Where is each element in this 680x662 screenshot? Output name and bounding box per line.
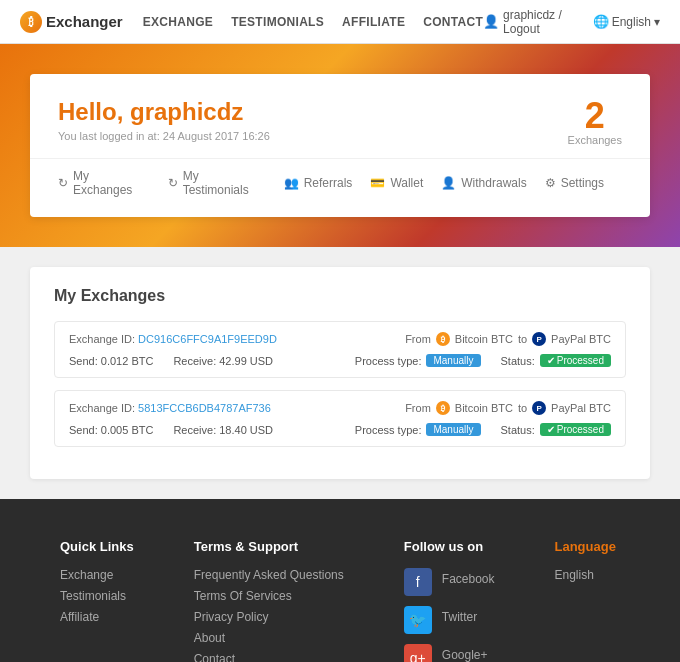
footer-link-privacy[interactable]: Privacy Policy [194,610,344,624]
logo-icon: ₿ [20,11,42,33]
header: ₿ Exchanger EXCHANGETESTIMONIALSAFFILIAT… [0,0,680,44]
exchanges-count: 2 [568,98,622,134]
language-title: Language [555,539,616,554]
to-currency: PayPal BTC [551,402,611,414]
arrow-icon: to [518,333,527,345]
status-badge: ✔ Processed [540,354,611,367]
exchange-id-link[interactable]: DC916C6FFC9A1F9EED9D [138,333,277,345]
process-type-badge: Manually [426,423,480,436]
footer-language: Language English [555,539,616,662]
tab-my-exchanges[interactable]: ↻ My Exchanges [58,169,150,197]
testimonials-tab-icon: ↻ [168,176,178,190]
panel-title: My Exchanges [54,287,626,305]
tab-wallet-label: Wallet [390,176,423,190]
tab-withdrawals[interactable]: 👤 Withdrawals [441,169,526,197]
social-item-googleplus: g+ Google+ [404,644,495,662]
from-label: From [405,333,431,345]
googleplus-icon: g+ [404,644,432,662]
exchange-card-header: Exchange ID: 5813FCCB6DB4787AF736 From ₿… [69,401,611,415]
btc-icon: ₿ [436,332,450,346]
footer-link-contact[interactable]: Contact [194,652,344,662]
footer-link-about[interactable]: About [194,631,344,645]
paypal-icon: P [532,401,546,415]
tab-wallet[interactable]: 💳 Wallet [370,169,423,197]
footer-link-affiliate[interactable]: Affiliate [60,610,134,624]
exchange-from: From ₿ Bitcoin BTC to P PayPal BTC [405,401,611,415]
nav-item-exchange[interactable]: EXCHANGE [143,15,213,29]
main-nav: EXCHANGETESTIMONIALSAFFILIATECONTACT [143,15,483,29]
facebook-link[interactable]: Facebook [442,572,495,586]
exchange-card-body: Send: 0.005 BTC Receive: 18.40 USD Proce… [69,423,611,436]
from-currency: Bitcoin BTC [455,333,513,345]
exchange-card-header: Exchange ID: DC916C6FFC9A1F9EED9D From ₿… [69,332,611,346]
status-field: Status: ✔ Processed [501,423,612,436]
terms-title: Terms & Support [194,539,344,554]
logo: ₿ Exchanger [20,11,123,33]
withdrawals-tab-icon: 👤 [441,176,456,190]
nav-item-contact[interactable]: CONTACT [423,15,483,29]
exchange-tab-icon: ↻ [58,176,68,190]
process-type: Process type: Manually [355,423,481,436]
footer-link-faq[interactable]: Frequently Asked Questions [194,568,344,582]
hero-tabs: ↻ My Exchanges ↻ My Testimonials 👥 Refer… [30,158,650,197]
exchange-from: From ₿ Bitcoin BTC to P PayPal BTC [405,332,611,346]
footer-terms: Terms & Support Frequently Asked Questio… [194,539,344,662]
exchange-id-label: Exchange ID: DC916C6FFC9A1F9EED9D [69,333,277,345]
hero-card: 2 Exchanges Hello, graphicdz You last lo… [30,74,650,217]
receive-field: Receive: 42.99 USD [173,355,273,367]
exchanges-label: Exchanges [568,134,622,146]
exchanges-badge: 2 Exchanges [568,98,622,146]
process-type-badge: Manually [426,354,480,367]
table-row: Exchange ID: 5813FCCB6DB4787AF736 From ₿… [54,390,626,447]
footer-link-english[interactable]: English [555,568,616,582]
tab-referrals[interactable]: 👥 Referrals [284,169,353,197]
tab-settings[interactable]: ⚙ Settings [545,169,604,197]
twitter-link[interactable]: Twitter [442,610,477,624]
send-field: Send: 0.005 BTC [69,424,153,436]
send-field: Send: 0.012 BTC [69,355,153,367]
arrow-icon: to [518,402,527,414]
exchange-id-link[interactable]: 5813FCCB6DB4787AF736 [138,402,271,414]
footer: Quick Links Exchange Testimonials Affili… [0,499,680,662]
referrals-tab-icon: 👥 [284,176,299,190]
wallet-tab-icon: 💳 [370,176,385,190]
to-currency: PayPal BTC [551,333,611,345]
table-row: Exchange ID: DC916C6FFC9A1F9EED9D From ₿… [54,321,626,378]
receive-field: Receive: 18.40 USD [173,424,273,436]
main-content: My Exchanges Exchange ID: DC916C6FFC9A1F… [0,247,680,499]
social-title: Follow us on [404,539,495,554]
social-item-facebook: f Facebook [404,568,495,596]
header-left: ₿ Exchanger EXCHANGETESTIMONIALSAFFILIAT… [20,11,483,33]
status-field: Status: ✔ Processed [501,354,612,367]
user-link[interactable]: 👤 graphicdz / Logout [483,8,579,36]
footer-columns: Quick Links Exchange Testimonials Affili… [60,539,620,662]
header-right: 👤 graphicdz / Logout 🌐 English ▾ [483,8,660,36]
process-type: Process type: Manually [355,354,481,367]
footer-link-tos[interactable]: Terms Of Services [194,589,344,603]
tab-my-testimonials-label: My Testimonials [183,169,266,197]
hero-last-login: You last logged in at: 24 August 2017 16… [58,130,622,142]
logo-text: Exchanger [46,13,123,30]
tab-my-testimonials[interactable]: ↻ My Testimonials [168,169,266,197]
from-label: From [405,402,431,414]
footer-quick-links: Quick Links Exchange Testimonials Affili… [60,539,134,662]
exchanges-panel: My Exchanges Exchange ID: DC916C6FFC9A1F… [30,267,650,479]
hero-section: 2 Exchanges Hello, graphicdz You last lo… [0,44,680,247]
paypal-icon: P [532,332,546,346]
lang-label: English [612,15,651,29]
footer-link-testimonials[interactable]: Testimonials [60,589,134,603]
twitter-icon: 🐦 [404,606,432,634]
user-icon: 👤 [483,14,499,29]
footer-link-exchange[interactable]: Exchange [60,568,134,582]
tab-withdrawals-label: Withdrawals [461,176,526,190]
language-link[interactable]: 🌐 English ▾ [593,14,660,29]
globe-icon: 🌐 [593,14,609,29]
nav-item-testimonials[interactable]: TESTIMONIALS [231,15,324,29]
nav-item-affiliate[interactable]: AFFILIATE [342,15,405,29]
googleplus-link[interactable]: Google+ [442,648,488,662]
social-item-twitter: 🐦 Twitter [404,606,495,634]
tab-referrals-label: Referrals [304,176,353,190]
facebook-icon: f [404,568,432,596]
footer-social: Follow us on f Facebook 🐦 Twitter g+ Goo… [404,539,495,662]
hero-greeting: Hello, graphicdz [58,98,622,126]
